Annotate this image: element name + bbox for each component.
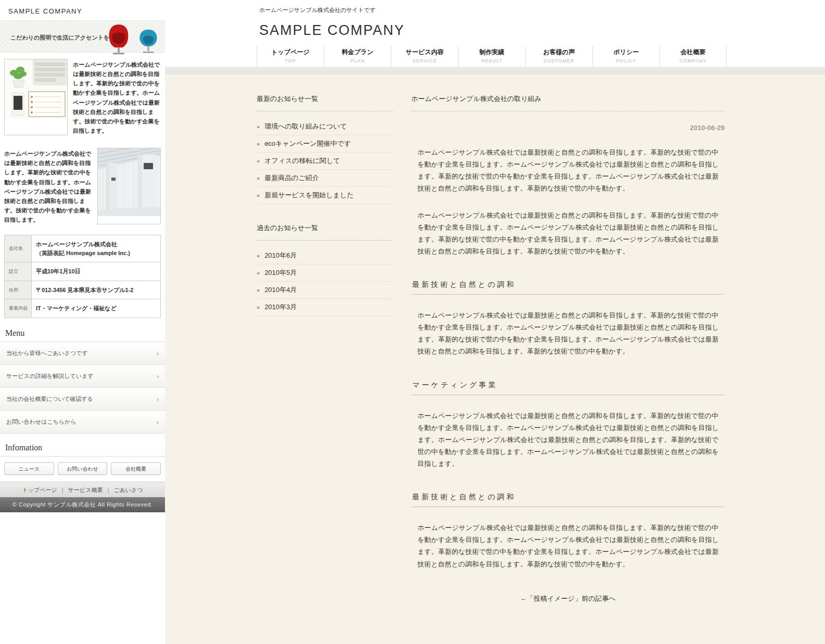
nav-tab-label: お客様の声	[526, 48, 592, 57]
list-item[interactable]: » 新規サービスを開始しました	[257, 187, 393, 204]
site-tagline: ホームページサンプル株式会社のサイトです	[165, 0, 825, 14]
interior-photo	[97, 148, 161, 224]
footnav-separator: ｜	[57, 487, 68, 493]
double-arrow-icon: »	[257, 287, 260, 293]
archive-item-label: 2010年6月	[264, 251, 297, 260]
double-arrow-icon: »	[257, 270, 260, 276]
chevron-right-icon: ›	[157, 349, 159, 357]
sidebar-banner[interactable]: こだわりの照明で生活にアクセントを。	[0, 20, 165, 53]
nav-tab-top[interactable]: トップページ TOP	[257, 46, 324, 67]
news-item-label: 環境への取り組みについて	[264, 122, 347, 131]
double-arrow-icon: »	[257, 123, 260, 130]
list-item[interactable]: » 最新商品のご紹介	[257, 170, 393, 187]
sidebar-menu: Menu 当社から皆様へごあいさつです › サービスの詳細を解説しています › …	[0, 329, 165, 434]
sidebar-copyright: © Copyright サンプル株式会社 All Rights Reseved.	[0, 497, 165, 512]
information-buttons: ニュース お問い合わせ 会社概要	[0, 457, 165, 482]
table-row: 住所 〒012-3456 見本県見本市サンプル1-2	[5, 281, 161, 299]
footnav-link-service[interactable]: サービス概要	[68, 487, 103, 493]
section-paragraph: ホームページサンプル株式会社では最新技術と自然との調和を目指します。革新的な技術…	[411, 309, 725, 358]
nav-tab-sublabel: PLAN	[324, 58, 391, 64]
nav-tab-sublabel: RESULT	[459, 58, 525, 64]
double-arrow-icon: »	[257, 141, 260, 147]
nav-tab-sublabel: SERVICE	[391, 58, 458, 64]
double-arrow-icon: »	[257, 252, 260, 259]
nav-tab-policy[interactable]: ポリシー POLICY	[592, 46, 659, 67]
section-heading: 最新技術と自然との調和	[411, 280, 725, 295]
menu-item-contact[interactable]: お問い合わせはこちらから ›	[0, 411, 165, 434]
archive-list: » 2010年6月 » 2010年5月 » 2010年4月 »	[257, 247, 393, 316]
menu-item-greeting[interactable]: 当社から皆様へごあいさつです ›	[0, 342, 165, 365]
list-item[interactable]: » オフィスの移転に関して	[257, 153, 393, 170]
table-row-value: ホームページサンプル株式会社 （英語表記 Homepage sample Inc…	[32, 235, 161, 262]
list-item[interactable]: » 2010年5月	[257, 264, 393, 282]
table-row-value: 〒012-3456 見本県見本市サンプル1-2	[32, 281, 161, 299]
list-item[interactable]: » 2010年3月	[257, 299, 393, 316]
menu-item-service[interactable]: サービスの詳細を解説しています ›	[0, 365, 165, 388]
chevron-right-icon: ›	[157, 372, 159, 380]
nav-tab-sublabel: CUSTOMER	[526, 58, 592, 64]
list-item[interactable]: » ecoキャンペーン開催中です	[257, 135, 393, 153]
content: 最新のお知らせ一覧 » 環境への取り組みについて » ecoキャンペーン開催中で…	[165, 74, 825, 603]
footnav-link-top[interactable]: トップページ	[22, 487, 57, 493]
sidebar-intro-text: ホームページサンプル株式会社では最新技術と自然との調和を目指します。革新的な技術…	[4, 149, 92, 224]
news-item-label: 新規サービスを開始しました	[264, 191, 353, 200]
double-arrow-icon: »	[257, 192, 260, 198]
menu-item-label: 当社から皆様へごあいさつです	[6, 349, 88, 357]
nav-bottom-band	[165, 67, 825, 74]
nav-tab-sublabel: TOP	[257, 58, 324, 64]
latest-news-heading: 最新のお知らせ一覧	[257, 94, 393, 111]
article-section: マーケティング事業 ホームページサンプル株式会社では最新技術と自然との調和を目指…	[411, 381, 725, 470]
nav-tab-label: 料金プラン	[324, 48, 391, 57]
menu-item-company[interactable]: 当社の会社概要について確認する ›	[0, 388, 165, 411]
nav-tab-service[interactable]: サービス内容 SERVICE	[391, 46, 458, 67]
red-chair-image	[105, 22, 133, 58]
nav-tab-label: 制作実績	[459, 48, 525, 57]
site-title[interactable]: SAMPLE COMPANY	[259, 22, 825, 39]
nav-tab-plan[interactable]: 料金プラン PLAN	[324, 46, 391, 67]
sidebar-intro-block-1: ホームページサンプル株式会社では最新技術と自然との調和を目指します。革新的な技術…	[0, 55, 165, 135]
footnav-link-greeting[interactable]: ごあいさつ	[113, 487, 143, 493]
nav-tab-label: ポリシー	[593, 48, 659, 57]
article-title: ホームページサンプル株式会社の取り組み	[411, 94, 725, 111]
nav-tab-sublabel: POLICY	[593, 58, 659, 64]
table-row: 会社名 ホームページサンプル株式会社 （英語表記 Homepage sample…	[5, 235, 161, 262]
news-item-label: 最新商品のご紹介	[264, 173, 319, 183]
table-row-label: 会社名	[5, 235, 32, 262]
article-date: 2010-06-29	[411, 124, 725, 132]
news-button[interactable]: ニュース	[4, 462, 54, 475]
sidebar-intro-block-2: ホームページサンプル株式会社では最新技術と自然との調和を目指します。革新的な技術…	[0, 144, 165, 224]
sidebar-footer-nav: トップページ｜サービス概要｜ごあいさつ	[0, 482, 165, 497]
double-arrow-icon: »	[257, 304, 260, 310]
table-row: 事業内容 IT・マーケティング・福祉など	[5, 299, 161, 318]
article: ホームページサンプル株式会社の取り組み 2010-06-29 ホームページサンプ…	[411, 94, 725, 603]
sidebar-logo[interactable]: SAMPLE COMPANY	[0, 0, 165, 15]
company-info-table: 会社名 ホームページサンプル株式会社 （英語表記 Homepage sample…	[4, 235, 161, 318]
latest-news-list: » 環境への取り組みについて » ecoキャンペーン開催中です » オフィスの移…	[257, 118, 393, 204]
nav-tab-customer[interactable]: お客様の声 CUSTOMER	[525, 46, 592, 67]
menu-item-label: サービスの詳細を解説しています	[6, 372, 94, 380]
nav-tab-label: トップページ	[257, 48, 324, 57]
footnav-separator: ｜	[103, 487, 113, 493]
banner-text: こだわりの照明で生活にアクセントを。	[10, 34, 115, 42]
section-heading: マーケティング事業	[411, 381, 725, 395]
nav-tab-company[interactable]: 会社概要 COMPANY	[659, 46, 727, 67]
chevron-right-icon: ›	[157, 395, 159, 403]
double-arrow-icon: »	[257, 175, 260, 181]
article-section: 最新技術と自然との調和 ホームページサンプル株式会社では最新技術と自然との調和を…	[411, 280, 725, 358]
list-item[interactable]: » 2010年4月	[257, 282, 393, 299]
main-area: ホームページサンプル株式会社のサイトです SAMPLE COMPANY トップペ…	[165, 0, 825, 644]
nav-tab-result[interactable]: 制作実績 RESULT	[458, 46, 525, 67]
contact-button[interactable]: お問い合わせ	[58, 462, 108, 475]
company-overview-button[interactable]: 会社概要	[111, 462, 161, 475]
sidebar-intro-text: ホームページサンプル株式会社では最新技術と自然との調和を目指します。革新的な技術…	[73, 60, 161, 135]
section-paragraph: ホームページサンプル株式会社では最新技術と自然との調和を目指します。革新的な技術…	[411, 410, 725, 470]
article-paragraph: ホームページサンプル株式会社では最新技術と自然との調和を目指します。革新的な技術…	[411, 209, 725, 258]
previous-article-link[interactable]: ←「投稿イメージ」前の記事へ	[411, 594, 725, 603]
main-header: ホームページサンプル株式会社のサイトです SAMPLE COMPANY トップペ…	[165, 0, 825, 74]
news-item-label: オフィスの移転に関して	[264, 156, 340, 166]
list-item[interactable]: » 2010年6月	[257, 247, 393, 264]
archive-item-label: 2010年3月	[264, 302, 297, 312]
main-nav: トップページ TOP 料金プラン PLAN サービス内容 SERVICE 制作実…	[257, 46, 825, 67]
list-item[interactable]: » 環境への取り組みについて	[257, 118, 393, 135]
section-paragraph: ホームページサンプル株式会社では最新技術と自然との調和を目指します。革新的な技術…	[411, 522, 725, 570]
